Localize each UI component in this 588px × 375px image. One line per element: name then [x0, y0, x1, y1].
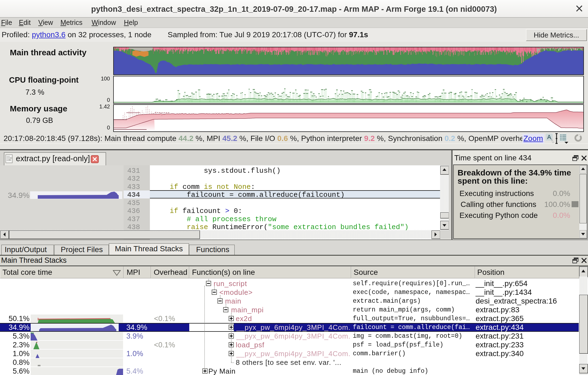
svg-text:A: A: [547, 134, 551, 140]
